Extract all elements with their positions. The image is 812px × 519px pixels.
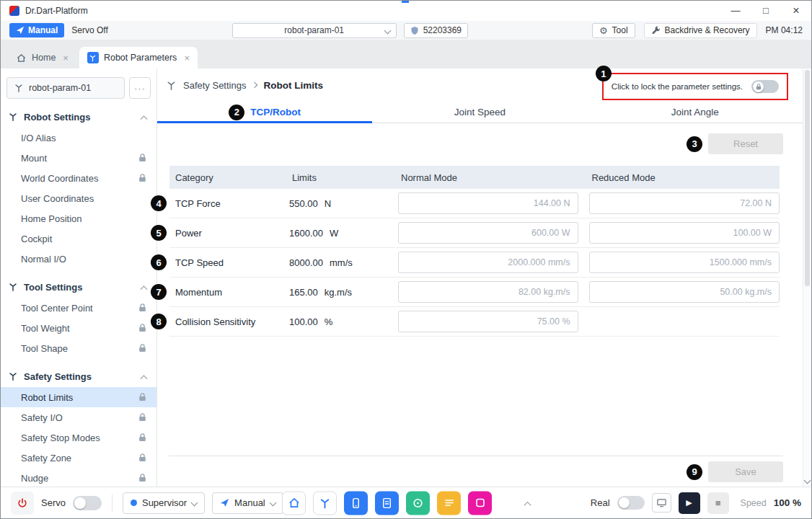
annotation-badge-6: 6 bbox=[151, 254, 167, 270]
param-name-box[interactable]: robot-param-01 bbox=[6, 77, 125, 99]
monitor-app-icon[interactable] bbox=[406, 491, 430, 515]
tool-button[interactable]: ⚙ Tool bbox=[592, 23, 635, 38]
manual-icon bbox=[220, 498, 229, 507]
tab-joint-angle[interactable]: Joint Angle bbox=[588, 102, 803, 123]
normal-mode-input[interactable] bbox=[398, 192, 578, 214]
sidebar-item-tool-weight[interactable]: Tool Weight bbox=[1, 318, 156, 338]
table-row-power: 5 Power 1600.00W bbox=[169, 218, 780, 248]
app-logo-icon bbox=[9, 6, 19, 16]
operation-mode-select[interactable]: Manual bbox=[212, 492, 283, 514]
normal-mode-input[interactable] bbox=[398, 222, 578, 244]
serial-icon bbox=[410, 26, 419, 35]
chevron-up-icon bbox=[141, 115, 148, 123]
sidebar-item-safety-zone[interactable]: Safety Zone bbox=[1, 448, 156, 468]
chevron-right-icon bbox=[252, 82, 257, 88]
play-button[interactable]: ▶ bbox=[679, 492, 700, 514]
save-button[interactable]: Save bbox=[708, 461, 783, 482]
controller-serial-badge: 52203369 bbox=[404, 23, 468, 38]
sidebar-item-cockpit[interactable]: Cockpit bbox=[1, 229, 156, 249]
lock-icon bbox=[138, 174, 146, 182]
sidebar-item-world-coordinates[interactable]: World Coordinates bbox=[1, 168, 156, 188]
scrollbar-down-icon[interactable] bbox=[804, 477, 811, 484]
scrollbar-thumb[interactable] bbox=[805, 70, 810, 286]
vertical-scrollbar[interactable] bbox=[803, 68, 811, 487]
module-app-icon[interactable] bbox=[468, 491, 492, 515]
reduced-mode-input[interactable] bbox=[589, 222, 780, 244]
sidebar-item-mount[interactable]: Mount bbox=[1, 148, 156, 168]
log-app-icon[interactable] bbox=[437, 491, 461, 515]
reset-button[interactable]: Reset bbox=[708, 133, 783, 154]
lock-parameters-toggle[interactable] bbox=[751, 80, 779, 93]
real-mode-toggle[interactable] bbox=[617, 496, 645, 510]
annotation-badge-4: 4 bbox=[151, 195, 167, 211]
manual-mode-button[interactable]: Manual bbox=[9, 23, 64, 37]
sidebar-item-tool-shape[interactable]: Tool Shape bbox=[1, 338, 156, 358]
robot-parameters-icon bbox=[87, 52, 99, 63]
home-app-icon[interactable] bbox=[282, 491, 306, 515]
sidebar-item-io-alias[interactable]: I/O Alias bbox=[1, 128, 156, 148]
sidebar-item-safety-io[interactable]: Safety I/O bbox=[1, 407, 156, 427]
robot-parameters-app-icon[interactable] bbox=[313, 491, 337, 515]
sidebar-item-robot-limits[interactable]: Robot Limits bbox=[1, 387, 156, 407]
normal-mode-input[interactable] bbox=[398, 252, 578, 273]
normal-mode-input[interactable] bbox=[398, 311, 578, 332]
maximize-button[interactable]: □ bbox=[751, 1, 781, 21]
speed-label: Speed bbox=[741, 498, 767, 508]
sidebar-item-user-coordinates[interactable]: User Coordinates bbox=[1, 188, 156, 208]
table-row-tcp-speed: 6 TCP Speed 8000.00mm/s bbox=[169, 248, 780, 278]
sidebar-section-safety-settings[interactable]: Safety Settings bbox=[1, 365, 156, 387]
stop-button[interactable]: ■ bbox=[707, 492, 729, 514]
param-file-select[interactable]: robot-param-01 bbox=[232, 23, 397, 38]
lock-icon bbox=[138, 344, 146, 352]
servo-toggle[interactable] bbox=[73, 496, 102, 510]
sidebar-section-tool-settings[interactable]: Tool Settings bbox=[1, 276, 156, 298]
lock-icon bbox=[138, 303, 146, 312]
sidebar-item-home-position[interactable]: Home Position bbox=[1, 208, 156, 229]
role-select[interactable]: Supervisor bbox=[123, 492, 205, 514]
sidebar-section-robot-settings[interactable]: Robot Settings bbox=[1, 106, 156, 128]
close-tab-icon[interactable]: × bbox=[182, 53, 190, 63]
minimize-button[interactable]: — bbox=[720, 1, 751, 21]
speed-value[interactable]: 100 % bbox=[774, 497, 801, 508]
chevron-down-icon bbox=[384, 27, 391, 34]
normal-mode-input[interactable] bbox=[398, 281, 578, 303]
tab-home[interactable]: Home × bbox=[8, 47, 76, 68]
divider bbox=[112, 494, 112, 512]
lock-icon bbox=[138, 393, 146, 402]
reduced-mode-input[interactable] bbox=[589, 281, 780, 303]
chevron-down-icon bbox=[269, 500, 276, 507]
tab-robot-parameters[interactable]: Robot Parameters × bbox=[79, 47, 198, 68]
annotation-badge-1: 1 bbox=[596, 66, 612, 81]
annotation-badge-9: 9 bbox=[687, 464, 702, 480]
tab-tcp-robot[interactable]: 2 TCP/Robot bbox=[157, 102, 372, 123]
column-header-reduced-mode: Reduced Mode bbox=[589, 172, 780, 183]
role-status-icon bbox=[131, 500, 137, 506]
annotation-badge-3: 3 bbox=[687, 136, 702, 152]
backdrive-recovery-button[interactable]: Backdrive & Recovery bbox=[644, 23, 757, 38]
tab-joint-speed[interactable]: Joint Speed bbox=[372, 102, 587, 123]
sidebar-item-nudge[interactable]: Nudge bbox=[1, 468, 156, 487]
real-mode-label: Real bbox=[591, 497, 610, 508]
reduced-mode-input[interactable] bbox=[589, 192, 780, 214]
power-button[interactable] bbox=[11, 492, 34, 515]
lock-icon bbox=[138, 433, 146, 442]
virtual-display-button[interactable] bbox=[652, 493, 671, 513]
sidebar-item-normal-io[interactable]: Normal I/O bbox=[1, 249, 156, 269]
reduced-mode-input[interactable] bbox=[589, 252, 780, 273]
sidebar-item-safety-stop-modes[interactable]: Safety Stop Modes bbox=[1, 427, 156, 448]
toolbar: Manual Servo Off robot-param-01 52203369… bbox=[1, 21, 811, 40]
document-app-icon[interactable] bbox=[375, 491, 399, 515]
dock-collapse-icon[interactable] bbox=[524, 501, 531, 508]
annotation-badge-5: 5 bbox=[151, 225, 167, 241]
lock-icon bbox=[138, 154, 146, 162]
settings-icon bbox=[8, 112, 18, 122]
close-button[interactable]: × bbox=[781, 1, 811, 21]
column-header-category: Category bbox=[169, 172, 289, 183]
lock-icon bbox=[138, 453, 146, 462]
pendant-app-icon[interactable] bbox=[344, 491, 368, 515]
app-window: Dr.Dart-Platform — □ × Manual Servo Off … bbox=[0, 0, 812, 519]
close-tab-icon[interactable]: × bbox=[61, 53, 69, 63]
more-options-button[interactable]: ··· bbox=[129, 77, 151, 99]
servo-status-label: Servo Off bbox=[71, 25, 107, 35]
sidebar-item-tool-center-point[interactable]: Tool Center Point bbox=[1, 298, 156, 318]
